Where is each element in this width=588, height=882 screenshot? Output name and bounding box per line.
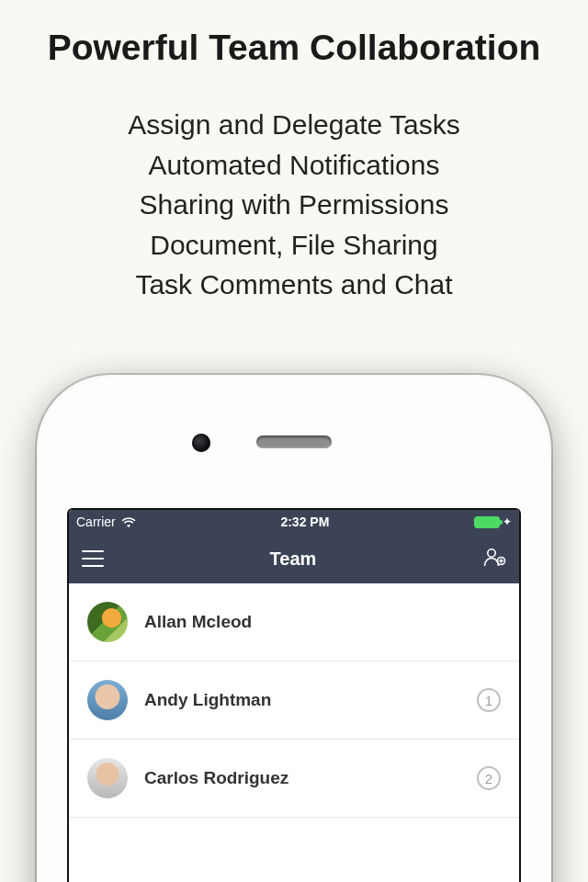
promo-bullet: Sharing with Permissions (0, 185, 588, 225)
promo-bullet: Assign and Delegate Tasks (0, 105, 588, 145)
phone-frame: Carrier 2:32 PM ✦ Team (37, 375, 551, 882)
svg-point-0 (488, 549, 495, 557)
phone-camera (192, 434, 210, 452)
phone-screen: Carrier 2:32 PM ✦ Team (69, 510, 519, 882)
promo-feature-list: Assign and Delegate Tasks Automated Noti… (0, 105, 588, 305)
phone-speaker (256, 435, 332, 448)
nav-bar: Team (69, 534, 519, 583)
avatar (87, 680, 128, 720)
list-item[interactable]: Carlos Rodriguez 2 (69, 740, 519, 818)
team-member-name: Allan Mcleod (144, 612, 501, 632)
list-item[interactable]: Andy Lightman 1 (69, 662, 519, 740)
promo-bullet: Automated Notifications (0, 145, 588, 186)
status-bar: Carrier 2:32 PM ✦ (69, 510, 519, 534)
team-list: Allan Mcleod Andy Lightman 1 Carlos Rodr… (69, 583, 519, 818)
status-time: 2:32 PM (136, 514, 474, 529)
menu-icon[interactable] (82, 550, 104, 567)
count-badge: 1 (477, 688, 501, 712)
carrier-label: Carrier (76, 514, 116, 529)
promo-title: Powerful Team Collaboration (0, 28, 588, 68)
avatar (87, 602, 128, 642)
add-person-icon[interactable] (482, 546, 506, 571)
count-badge: 2 (477, 766, 501, 790)
promo-bullet: Task Comments and Chat (0, 265, 588, 305)
nav-title: Team (270, 548, 317, 570)
list-item[interactable]: Allan Mcleod (69, 583, 519, 662)
avatar (87, 758, 128, 798)
team-member-name: Carlos Rodriguez (144, 768, 477, 788)
team-member-name: Andy Lightman (144, 690, 477, 710)
promo-bullet: Document, File Sharing (0, 225, 588, 266)
battery-icon: ✦ (474, 515, 512, 528)
wifi-icon (121, 516, 136, 527)
